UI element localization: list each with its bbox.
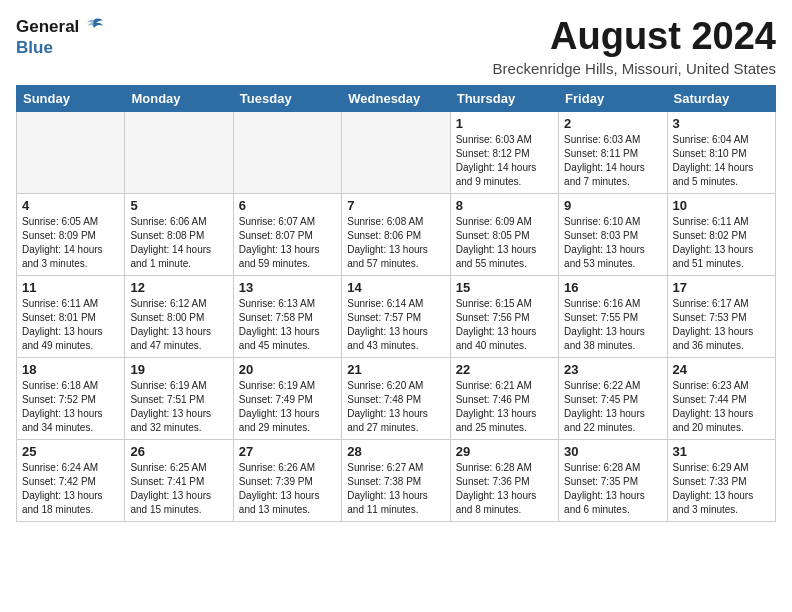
day-number: 13 (239, 280, 336, 295)
day-number: 17 (673, 280, 770, 295)
day-number: 11 (22, 280, 119, 295)
day-number: 29 (456, 444, 553, 459)
day-info: Sunrise: 6:20 AM Sunset: 7:48 PM Dayligh… (347, 379, 444, 435)
table-row: 12Sunrise: 6:12 AM Sunset: 8:00 PM Dayli… (125, 275, 233, 357)
table-row: 26Sunrise: 6:25 AM Sunset: 7:41 PM Dayli… (125, 439, 233, 521)
day-number: 16 (564, 280, 661, 295)
table-row: 16Sunrise: 6:16 AM Sunset: 7:55 PM Dayli… (559, 275, 667, 357)
table-row: 1Sunrise: 6:03 AM Sunset: 8:12 PM Daylig… (450, 111, 558, 193)
location-subtitle: Breckenridge Hills, Missouri, United Sta… (493, 60, 776, 77)
day-number: 8 (456, 198, 553, 213)
day-number: 22 (456, 362, 553, 377)
table-row: 31Sunrise: 6:29 AM Sunset: 7:33 PM Dayli… (667, 439, 775, 521)
day-info: Sunrise: 6:03 AM Sunset: 8:11 PM Dayligh… (564, 133, 661, 189)
day-number: 2 (564, 116, 661, 131)
calendar-week-row: 4Sunrise: 6:05 AM Sunset: 8:09 PM Daylig… (17, 193, 776, 275)
day-number: 21 (347, 362, 444, 377)
table-row: 24Sunrise: 6:23 AM Sunset: 7:44 PM Dayli… (667, 357, 775, 439)
col-sunday: Sunday (17, 85, 125, 111)
day-info: Sunrise: 6:17 AM Sunset: 7:53 PM Dayligh… (673, 297, 770, 353)
table-row: 5Sunrise: 6:06 AM Sunset: 8:08 PM Daylig… (125, 193, 233, 275)
logo: General Blue (16, 16, 105, 58)
day-number: 4 (22, 198, 119, 213)
day-number: 18 (22, 362, 119, 377)
day-info: Sunrise: 6:29 AM Sunset: 7:33 PM Dayligh… (673, 461, 770, 517)
day-number: 24 (673, 362, 770, 377)
day-info: Sunrise: 6:11 AM Sunset: 8:01 PM Dayligh… (22, 297, 119, 353)
day-info: Sunrise: 6:19 AM Sunset: 7:49 PM Dayligh… (239, 379, 336, 435)
day-info: Sunrise: 6:10 AM Sunset: 8:03 PM Dayligh… (564, 215, 661, 271)
calendar-week-row: 1Sunrise: 6:03 AM Sunset: 8:12 PM Daylig… (17, 111, 776, 193)
table-row (17, 111, 125, 193)
day-number: 26 (130, 444, 227, 459)
day-info: Sunrise: 6:12 AM Sunset: 8:00 PM Dayligh… (130, 297, 227, 353)
table-row: 4Sunrise: 6:05 AM Sunset: 8:09 PM Daylig… (17, 193, 125, 275)
day-number: 14 (347, 280, 444, 295)
table-row: 22Sunrise: 6:21 AM Sunset: 7:46 PM Dayli… (450, 357, 558, 439)
table-row: 9Sunrise: 6:10 AM Sunset: 8:03 PM Daylig… (559, 193, 667, 275)
day-number: 27 (239, 444, 336, 459)
day-info: Sunrise: 6:08 AM Sunset: 8:06 PM Dayligh… (347, 215, 444, 271)
table-row: 18Sunrise: 6:18 AM Sunset: 7:52 PM Dayli… (17, 357, 125, 439)
day-number: 30 (564, 444, 661, 459)
day-number: 12 (130, 280, 227, 295)
day-info: Sunrise: 6:21 AM Sunset: 7:46 PM Dayligh… (456, 379, 553, 435)
table-row: 8Sunrise: 6:09 AM Sunset: 8:05 PM Daylig… (450, 193, 558, 275)
month-year-title: August 2024 (493, 16, 776, 58)
day-info: Sunrise: 6:14 AM Sunset: 7:57 PM Dayligh… (347, 297, 444, 353)
table-row: 13Sunrise: 6:13 AM Sunset: 7:58 PM Dayli… (233, 275, 341, 357)
day-info: Sunrise: 6:05 AM Sunset: 8:09 PM Dayligh… (22, 215, 119, 271)
table-row: 14Sunrise: 6:14 AM Sunset: 7:57 PM Dayli… (342, 275, 450, 357)
logo-general: General (16, 17, 79, 37)
logo-blue: Blue (16, 38, 53, 58)
day-info: Sunrise: 6:28 AM Sunset: 7:36 PM Dayligh… (456, 461, 553, 517)
day-info: Sunrise: 6:22 AM Sunset: 7:45 PM Dayligh… (564, 379, 661, 435)
calendar-header-row: Sunday Monday Tuesday Wednesday Thursday… (17, 85, 776, 111)
day-info: Sunrise: 6:07 AM Sunset: 8:07 PM Dayligh… (239, 215, 336, 271)
day-info: Sunrise: 6:16 AM Sunset: 7:55 PM Dayligh… (564, 297, 661, 353)
col-friday: Friday (559, 85, 667, 111)
table-row: 6Sunrise: 6:07 AM Sunset: 8:07 PM Daylig… (233, 193, 341, 275)
day-info: Sunrise: 6:18 AM Sunset: 7:52 PM Dayligh… (22, 379, 119, 435)
calendar-table: Sunday Monday Tuesday Wednesday Thursday… (16, 85, 776, 522)
col-thursday: Thursday (450, 85, 558, 111)
day-number: 19 (130, 362, 227, 377)
table-row (342, 111, 450, 193)
day-number: 15 (456, 280, 553, 295)
day-info: Sunrise: 6:09 AM Sunset: 8:05 PM Dayligh… (456, 215, 553, 271)
table-row: 23Sunrise: 6:22 AM Sunset: 7:45 PM Dayli… (559, 357, 667, 439)
day-info: Sunrise: 6:24 AM Sunset: 7:42 PM Dayligh… (22, 461, 119, 517)
table-row: 10Sunrise: 6:11 AM Sunset: 8:02 PM Dayli… (667, 193, 775, 275)
day-number: 10 (673, 198, 770, 213)
table-row: 17Sunrise: 6:17 AM Sunset: 7:53 PM Dayli… (667, 275, 775, 357)
table-row: 19Sunrise: 6:19 AM Sunset: 7:51 PM Dayli… (125, 357, 233, 439)
table-row: 15Sunrise: 6:15 AM Sunset: 7:56 PM Dayli… (450, 275, 558, 357)
page-header: General Blue August 2024 Breckenridge Hi… (16, 16, 776, 77)
table-row: 28Sunrise: 6:27 AM Sunset: 7:38 PM Dayli… (342, 439, 450, 521)
day-number: 25 (22, 444, 119, 459)
day-info: Sunrise: 6:03 AM Sunset: 8:12 PM Dayligh… (456, 133, 553, 189)
day-info: Sunrise: 6:06 AM Sunset: 8:08 PM Dayligh… (130, 215, 227, 271)
day-info: Sunrise: 6:15 AM Sunset: 7:56 PM Dayligh… (456, 297, 553, 353)
table-row: 2Sunrise: 6:03 AM Sunset: 8:11 PM Daylig… (559, 111, 667, 193)
day-info: Sunrise: 6:13 AM Sunset: 7:58 PM Dayligh… (239, 297, 336, 353)
day-info: Sunrise: 6:27 AM Sunset: 7:38 PM Dayligh… (347, 461, 444, 517)
day-number: 7 (347, 198, 444, 213)
title-block: August 2024 Breckenridge Hills, Missouri… (493, 16, 776, 77)
day-number: 1 (456, 116, 553, 131)
table-row: 21Sunrise: 6:20 AM Sunset: 7:48 PM Dayli… (342, 357, 450, 439)
day-info: Sunrise: 6:26 AM Sunset: 7:39 PM Dayligh… (239, 461, 336, 517)
table-row: 7Sunrise: 6:08 AM Sunset: 8:06 PM Daylig… (342, 193, 450, 275)
day-number: 3 (673, 116, 770, 131)
table-row: 29Sunrise: 6:28 AM Sunset: 7:36 PM Dayli… (450, 439, 558, 521)
col-tuesday: Tuesday (233, 85, 341, 111)
table-row: 11Sunrise: 6:11 AM Sunset: 8:01 PM Dayli… (17, 275, 125, 357)
table-row: 30Sunrise: 6:28 AM Sunset: 7:35 PM Dayli… (559, 439, 667, 521)
day-number: 28 (347, 444, 444, 459)
day-info: Sunrise: 6:19 AM Sunset: 7:51 PM Dayligh… (130, 379, 227, 435)
day-info: Sunrise: 6:23 AM Sunset: 7:44 PM Dayligh… (673, 379, 770, 435)
col-wednesday: Wednesday (342, 85, 450, 111)
calendar-week-row: 25Sunrise: 6:24 AM Sunset: 7:42 PM Dayli… (17, 439, 776, 521)
calendar-week-row: 18Sunrise: 6:18 AM Sunset: 7:52 PM Dayli… (17, 357, 776, 439)
bird-icon (83, 16, 105, 38)
